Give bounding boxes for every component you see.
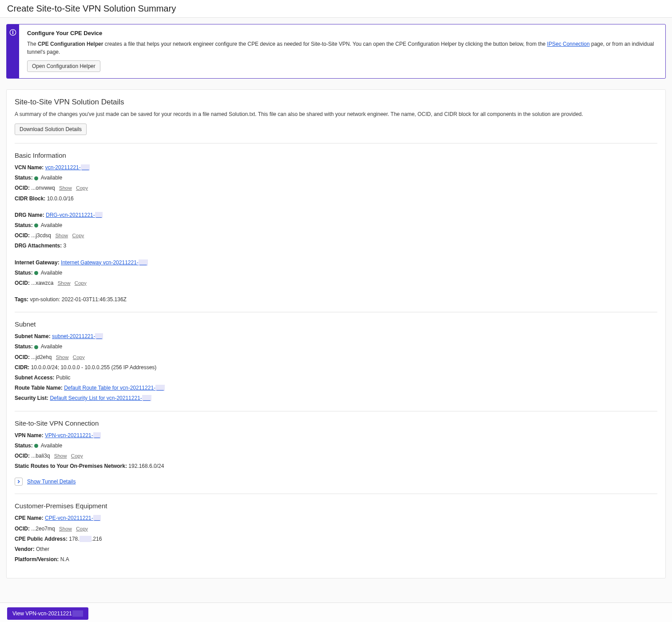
svg-rect-1 [12, 32, 13, 34]
open-configuration-helper-button[interactable]: Open Configuration Helper [27, 60, 100, 72]
cpe-name-link[interactable]: CPE-vcn-20211221- [45, 515, 101, 521]
subnet-access-row: Subnet Access: Public [15, 374, 657, 382]
status-dot-icon [34, 444, 38, 448]
cpe-heading: Customer-Premises Equipment [15, 502, 657, 510]
drg-ocid-row: OCID: ...j3cdsq Show Copy [15, 231, 657, 240]
status-dot-icon [34, 345, 38, 349]
cpe-name-row: CPE Name: CPE-vcn-20211221- [15, 514, 657, 522]
vpn-status-row: Status: Available [15, 442, 657, 450]
basic-info-heading: Basic Information [15, 152, 657, 159]
cpe-vendor-row: Vendor: Other [15, 545, 657, 554]
banner-desc: The CPE Configuration Helper creates a f… [27, 40, 657, 56]
footer-bar: View VPN-vcn-20211221 [0, 602, 672, 622]
copy-link[interactable]: Copy [72, 233, 84, 238]
details-desc: A summary of the changes you've just mad… [15, 110, 657, 118]
ipsec-connection-link[interactable]: IPSec Connection [547, 41, 590, 47]
show-link[interactable]: Show [54, 453, 67, 459]
copy-link[interactable]: Copy [73, 355, 85, 360]
vpn-static-routes-row: Static Routes to Your On-Premises Networ… [15, 462, 657, 470]
show-link[interactable]: Show [59, 185, 72, 191]
chevron-right-icon [15, 478, 23, 486]
details-heading: Site-to-Site VPN Solution Details [15, 98, 657, 107]
security-list-row: Security List: Default Security List for… [15, 394, 657, 403]
tags-row: Tags: vpn-solution: 2022-01-03T11:46:35.… [15, 295, 657, 304]
drg-name-row: DRG Name: DRG-vcn-20211221- [15, 211, 657, 219]
copy-link[interactable]: Copy [76, 185, 88, 191]
divider [15, 312, 657, 312]
subnet-cidr-row: CIDR: 10.0.0.0/24; 10.0.0.0 - 10.0.0.255… [15, 363, 657, 372]
drg-status-row: Status: Available [15, 221, 657, 230]
view-vpn-button[interactable]: View VPN-vcn-20211221 [7, 607, 88, 620]
vpn-ocid-row: OCID: ...bali3q Show Copy [15, 452, 657, 460]
igw-ocid-row: OCID: ...xawzca Show Copy [15, 279, 657, 287]
copy-link[interactable]: Copy [75, 280, 87, 286]
banner-title: Configure Your CPE Device [27, 30, 657, 36]
route-table-row: Route Table Name: Default Route Table fo… [15, 384, 657, 392]
svg-rect-2 [12, 31, 13, 31]
show-link[interactable]: Show [58, 280, 71, 286]
show-link[interactable]: Show [56, 355, 69, 360]
copy-link[interactable]: Copy [71, 453, 83, 459]
solution-details-panel: Site-to-Site VPN Solution Details A summ… [6, 89, 666, 578]
vpn-name-row: VPN Name: VPN-vcn-20211221- [15, 431, 657, 440]
cpe-platform-row: Platform/Version: N.A [15, 555, 657, 564]
divider [15, 143, 657, 144]
vcn-ocid-row: OCID: ...onvwwq Show Copy [15, 184, 657, 192]
subnet-name-link[interactable]: subnet-20211221- [52, 333, 103, 339]
vpn-name-link[interactable]: VPN-vcn-20211221- [45, 432, 101, 439]
igw-status-row: Status: Available [15, 269, 657, 277]
page-title: Create Site-to-Site VPN Solution Summary [7, 4, 665, 14]
show-link[interactable]: Show [59, 526, 72, 531]
download-solution-details-button[interactable]: Download Solution Details [15, 124, 87, 135]
security-list-link[interactable]: Default Security List for vcn-20211221- [50, 395, 151, 401]
cpe-public-address-row: CPE Public Address: 178. .216 [15, 535, 657, 543]
divider [15, 494, 657, 494]
cpe-ocid-row: OCID: ...2eo7mq Show Copy [15, 525, 657, 533]
igw-name-link[interactable]: Internet Gateway vcn-20211221- [61, 259, 147, 266]
igw-name-row: Internet Gateway: Internet Gateway vcn-2… [15, 259, 657, 267]
vcn-name-row: VCN Name: vcn-20211221- [15, 163, 657, 172]
configure-cpe-banner: Configure Your CPE Device The CPE Config… [6, 24, 666, 79]
drg-name-link[interactable]: DRG-vcn-20211221- [46, 212, 103, 218]
subnet-status-row: Status: Available [15, 343, 657, 351]
info-icon [7, 24, 19, 78]
subnet-heading: Subnet [15, 320, 657, 328]
status-dot-icon [34, 176, 38, 180]
copy-link[interactable]: Copy [76, 526, 88, 531]
divider [15, 411, 657, 411]
vcn-status-row: Status: Available [15, 174, 657, 182]
drg-attachments-row: DRG Attachments: 3 [15, 242, 657, 250]
vcn-cidr-row: CIDR Block: 10.0.0.0/16 [15, 195, 657, 203]
header-bar: Create Site-to-Site VPN Solution Summary [0, 0, 672, 18]
route-table-link[interactable]: Default Route Table for vcn-20211221- [64, 385, 165, 391]
show-link[interactable]: Show [55, 233, 68, 238]
status-dot-icon [34, 271, 38, 275]
status-dot-icon [34, 223, 38, 227]
vpn-heading: Site-to-Site VPN Connection [15, 419, 657, 427]
subnet-name-row: Subnet Name: subnet-20211221- [15, 332, 657, 341]
show-tunnel-details-toggle[interactable]: Show Tunnel Details [15, 478, 76, 486]
vcn-name-link[interactable]: vcn-20211221- [45, 164, 90, 171]
subnet-ocid-row: OCID: ...jd2ehq Show Copy [15, 353, 657, 362]
